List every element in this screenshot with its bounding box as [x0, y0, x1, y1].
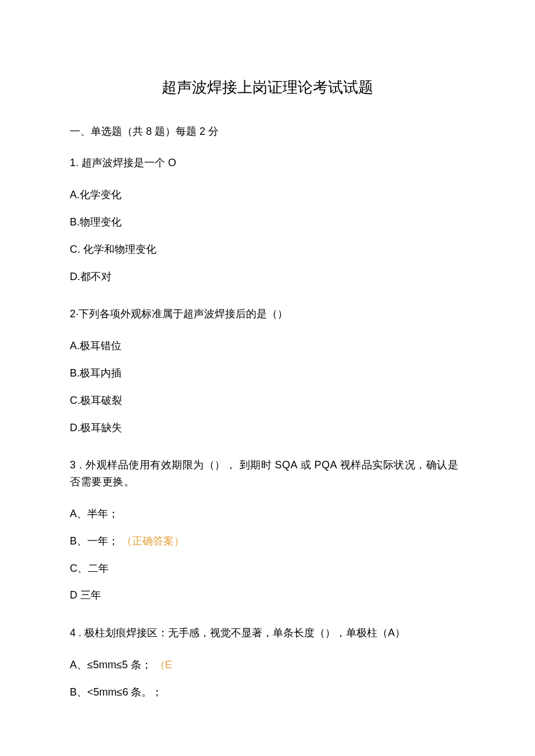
question-3: 3 . 外观样品使用有效期限为（）， 到期时 SQA 或 PQA 视样品实际状况… [70, 457, 465, 604]
q4-option-a: A、≤5mm≤5 条； （E [70, 657, 465, 673]
q2-option-a: A.极耳错位 [70, 338, 465, 354]
q2-text: 2·下列各项外观标准属于超声波焊接后的是（） [70, 306, 465, 323]
q3-option-d: D 三年 [70, 587, 465, 604]
q1-option-d: D.都不对 [70, 268, 465, 285]
page-title: 超声波焊接上岗证理论考试试题 [70, 76, 465, 100]
correct-answer-label: （正确答案） [122, 535, 184, 547]
q2-option-b: B.极耳内插 [70, 365, 465, 382]
q4-a-text: A、≤5mm≤5 条； [70, 659, 152, 671]
q1-option-b: B.物理变化 [70, 214, 465, 231]
q1-option-a: A.化学变化 [70, 187, 465, 203]
section-heading: 一、单选题（共 8 题）每题 2 分 [70, 123, 465, 140]
q4-a-mark: （E [155, 659, 172, 671]
q3-b-text: B、一年； [70, 535, 119, 547]
q3-option-a: A、半年； [70, 506, 465, 522]
q1-text: 1. 超声波焊接是一个 O [70, 155, 465, 171]
question-2: 2·下列各项外观标准属于超声波焊接后的是（） A.极耳错位 B.极耳内插 C.极… [70, 306, 465, 436]
q4-option-b: B、<5mm≤6 条。； [70, 684, 465, 701]
question-1: 1. 超声波焊接是一个 O A.化学变化 B.物理变化 C. 化学和物理变化 D… [70, 155, 465, 285]
q3-option-b: B、一年； （正确答案） [70, 533, 465, 550]
q3-text: 3 . 外观样品使用有效期限为（）， 到期时 SQA 或 PQA 视样品实际状况… [70, 457, 465, 490]
q4-text: 4 . 极柱划痕焊接区：无手感，视觉不显著，单条长度（），单极柱（A） [70, 625, 465, 642]
q2-option-c: C.极耳破裂 [70, 392, 465, 409]
question-4: 4 . 极柱划痕焊接区：无手感，视觉不显著，单条长度（），单极柱（A） A、≤5… [70, 625, 465, 700]
q2-option-d: D.极耳缺失 [70, 420, 465, 436]
q3-option-c: C、二年 [70, 560, 465, 577]
q1-option-c: C. 化学和物理变化 [70, 241, 465, 258]
